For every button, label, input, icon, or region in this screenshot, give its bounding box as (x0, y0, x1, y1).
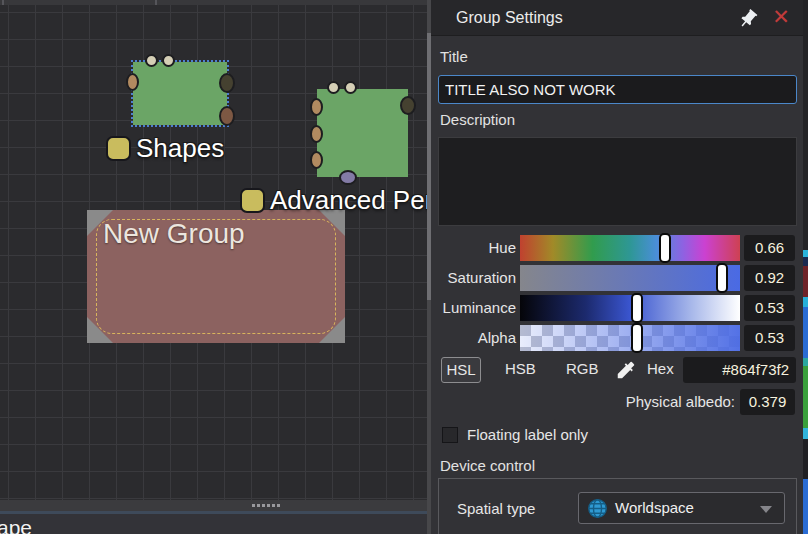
input-port[interactable] (327, 81, 340, 94)
hsl-mode-button[interactable]: HSL (441, 357, 481, 383)
title-label: Title (440, 48, 468, 65)
description-label: Description (440, 111, 515, 128)
bottom-panel-strip: ape (0, 514, 428, 534)
alpha-slider-row: Alpha 0.53 (431, 325, 803, 351)
input-port[interactable] (162, 54, 175, 67)
luminance-label: Luminance (431, 299, 516, 316)
hue-slider[interactable] (520, 235, 740, 261)
node-shapes-label: Shapes (106, 133, 224, 164)
input-port[interactable] (310, 151, 323, 169)
group-settings-panel: Group Settings ✕ Title Description Hue 0… (431, 0, 803, 534)
description-textarea[interactable] (438, 137, 797, 226)
node-advanced-label: Advanced Per (240, 185, 428, 216)
output-port[interactable] (219, 106, 235, 126)
input-port[interactable] (310, 98, 323, 116)
group-title: New Group (103, 218, 245, 250)
output-port[interactable] (339, 170, 357, 185)
saturation-slider-row: Saturation 0.92 (431, 265, 803, 291)
luminance-slider-row: Luminance 0.53 (431, 295, 803, 321)
hue-slider-handle[interactable] (659, 233, 671, 263)
node-type-icon (106, 136, 131, 161)
alpha-slider-handle[interactable] (631, 323, 643, 353)
panel-header: Group Settings ✕ (431, 0, 803, 36)
physical-albedo-row: Physical albedo: 0.379 (431, 389, 803, 415)
alpha-slider[interactable] (520, 325, 740, 351)
floating-label-checkbox[interactable] (442, 427, 458, 443)
node-shapes[interactable] (133, 62, 227, 125)
alpha-label: Alpha (431, 329, 516, 346)
floating-label-row: Floating label only (431, 426, 803, 446)
hue-slider-row: Hue 0.66 (431, 235, 803, 261)
group-selection-frame[interactable]: New Group (87, 210, 345, 343)
input-port[interactable] (310, 125, 323, 143)
hex-value-field[interactable]: #864f73f2 (683, 357, 796, 383)
device-control-label: Device control (440, 457, 535, 474)
hex-label: Hex (647, 360, 674, 377)
spatial-type-label: Spatial type (457, 500, 535, 517)
node-type-icon (240, 188, 265, 213)
saturation-slider[interactable] (520, 265, 740, 291)
device-control-group: Spatial type Worldspace (438, 478, 797, 534)
spatial-type-value: Worldspace (615, 499, 694, 516)
luminance-slider-handle[interactable] (631, 293, 643, 323)
hue-label: Hue (431, 239, 516, 256)
floating-label-text: Floating label only (467, 426, 588, 443)
clipped-node-label: ape (0, 516, 32, 534)
pin-icon[interactable] (737, 8, 759, 30)
hue-value-field[interactable]: 0.66 (744, 235, 795, 261)
luminance-value-field[interactable]: 0.53 (744, 295, 795, 321)
color-mode-row: HSL HSB RGB Hex #864f73f2 (431, 357, 803, 383)
hsb-mode-button[interactable]: HSB (505, 360, 536, 377)
node-advanced[interactable] (317, 89, 408, 177)
panel-title: Group Settings (456, 9, 563, 27)
group-box[interactable]: New Group (87, 210, 345, 343)
physical-albedo-label: Physical albedo: (431, 393, 735, 410)
alpha-value-field[interactable]: 0.53 (744, 325, 795, 351)
scrollbar-handle-dots[interactable] (252, 504, 280, 507)
globe-icon (587, 498, 608, 519)
luminance-slider[interactable] (520, 295, 740, 321)
input-port[interactable] (344, 81, 357, 94)
title-input[interactable] (438, 75, 797, 104)
saturation-slider-handle[interactable] (716, 263, 728, 293)
application-window: New Group Shapes Advanced Per (0, 0, 808, 534)
input-port[interactable] (126, 73, 139, 91)
saturation-value-field[interactable]: 0.92 (744, 265, 795, 291)
node-graph-canvas[interactable]: New Group Shapes Advanced Per (0, 0, 428, 534)
saturation-label: Saturation (431, 269, 516, 286)
eyedropper-icon[interactable] (615, 359, 637, 381)
physical-albedo-value-field[interactable]: 0.379 (740, 389, 795, 415)
chevron-down-icon (760, 506, 772, 513)
horizontal-scrollbar[interactable] (0, 500, 428, 511)
spatial-type-dropdown[interactable]: Worldspace (578, 492, 785, 524)
occluded-window-edge (803, 0, 808, 534)
rgb-mode-button[interactable]: RGB (566, 360, 599, 377)
output-port[interactable] (219, 73, 235, 93)
output-port[interactable] (400, 96, 416, 115)
close-icon[interactable]: ✕ (769, 5, 793, 29)
input-port[interactable] (145, 54, 158, 67)
